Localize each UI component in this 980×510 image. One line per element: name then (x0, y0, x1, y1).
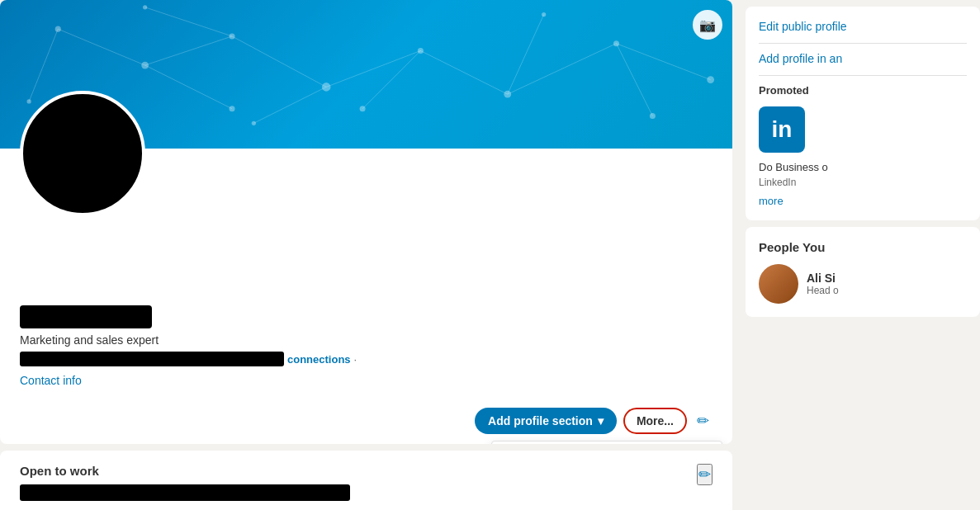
open-to-work-card: Open to work See all details ✏ (0, 451, 732, 510)
share-profile-item[interactable]: Share Profile via Message (492, 442, 722, 444)
more-dropdown-menu: Share Profile via Message Save to PDF (491, 441, 722, 444)
svg-point-19 (504, 91, 511, 98)
add-profile-language-link[interactable]: Add profile in an (759, 52, 967, 65)
action-row: Add profile section ▾ More... ✏ Share Pr… (0, 401, 732, 444)
svg-point-25 (360, 106, 366, 111)
sidebar-divider-2 (759, 75, 967, 76)
svg-point-27 (252, 121, 256, 125)
svg-point-26 (542, 12, 546, 17)
svg-line-13 (616, 44, 652, 116)
svg-point-22 (26, 99, 31, 103)
svg-point-20 (613, 40, 619, 46)
svg-line-12 (253, 87, 326, 123)
svg-point-28 (650, 113, 656, 119)
promo-text: Do Business o (759, 161, 967, 173)
pencil-icon: ✏ (697, 413, 709, 429)
svg-line-5 (508, 44, 617, 94)
pencil-icon-2: ✏ (698, 466, 711, 483)
open-to-work-content-redacted (20, 484, 350, 501)
avatar (20, 91, 145, 216)
svg-point-21 (707, 76, 714, 83)
right-sidebar: Edit public profile Add profile in an Pr… (732, 0, 980, 510)
svg-line-2 (232, 36, 326, 87)
edit-profile-button[interactable]: ✏ (694, 408, 713, 433)
chevron-down-icon: ▾ (598, 414, 604, 427)
connections-label[interactable]: connections (287, 353, 351, 366)
svg-line-8 (145, 7, 232, 36)
svg-point-15 (141, 62, 149, 69)
svg-point-14 (55, 26, 61, 32)
svg-line-0 (58, 29, 144, 65)
profile-name-redacted (20, 305, 152, 328)
svg-point-18 (418, 48, 424, 54)
svg-line-9 (362, 50, 420, 108)
dot-separator: · (354, 353, 357, 366)
svg-point-17 (322, 83, 331, 92)
connections-redacted (20, 352, 284, 366)
promoted-label: Promoted (759, 84, 967, 97)
linkedin-logo: in (759, 106, 805, 153)
change-banner-button[interactable]: 📷 (693, 10, 722, 40)
svg-point-24 (143, 5, 147, 9)
person-item: Ali Si Head o (759, 264, 967, 304)
svg-line-7 (145, 65, 232, 109)
profile-headline: Marketing and sales expert (20, 333, 713, 347)
svg-line-1 (145, 36, 232, 65)
person-name: Ali Si (807, 272, 839, 285)
open-to-work-edit-button[interactable]: ✏ (697, 464, 713, 485)
person-title: Head o (807, 285, 839, 296)
open-to-work-title: Open to work (20, 464, 350, 478)
svg-point-23 (230, 106, 235, 111)
add-profile-section-button[interactable]: Add profile section ▾ (475, 408, 617, 434)
people-you-may-know-section: People You Ali Si Head o (746, 227, 980, 317)
svg-line-11 (29, 29, 58, 102)
svg-line-6 (616, 44, 710, 80)
promo-subtext: LinkedIn (759, 177, 967, 188)
camera-icon: 📷 (699, 17, 716, 33)
sidebar-divider-1 (759, 43, 967, 44)
edit-public-profile-link[interactable]: Edit public profile (759, 20, 967, 33)
svg-line-10 (508, 15, 544, 95)
svg-line-3 (326, 50, 420, 87)
contact-info-link[interactable]: Contact info (20, 374, 82, 387)
person-avatar (759, 264, 798, 304)
svg-line-4 (420, 50, 507, 94)
more-button[interactable]: More... (623, 408, 687, 434)
connections-row: connections · (20, 352, 713, 366)
people-section-title: People You (759, 240, 967, 254)
promo-more-link[interactable]: more (759, 195, 967, 207)
add-profile-section-label: Add profile section (488, 414, 593, 427)
svg-point-16 (230, 33, 235, 39)
